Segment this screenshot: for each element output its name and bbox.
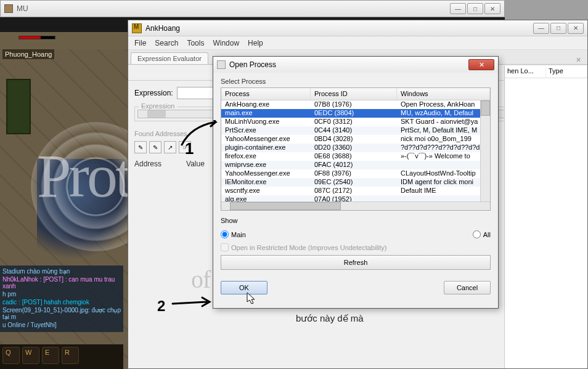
radio-all-input[interactable] (473, 230, 481, 238)
refresh-button[interactable]: Refresh (221, 255, 491, 270)
process-row[interactable]: AnkHoang.exe07B8 (1976)Open Process, Ank… (221, 100, 490, 109)
wand-icon[interactable]: ✎ (134, 141, 147, 153)
chat-line: cadic : [POST] hahah chemgiok (2, 299, 121, 306)
pencil-icon[interactable]: ✎ (149, 141, 161, 153)
open-process-dialog: Open Process ✕ Select Process Process Pr… (213, 56, 499, 309)
maximize-button[interactable]: □ (550, 23, 566, 34)
cancel-button[interactable]: Cancel (444, 281, 491, 294)
menu-help[interactable]: Help (248, 39, 263, 47)
process-row[interactable]: YahooMessenger.exe0BD4 (3028)nick moi o0… (221, 135, 490, 144)
maximize-button[interactable]: □ (467, 3, 483, 14)
minimize-button[interactable]: — (450, 3, 466, 14)
mu-flag-sprite (6, 79, 31, 134)
dialog-title: Open Process (229, 60, 468, 69)
process-row[interactable]: PrtScr.exe0C44 (3140)PrtScr, M, Default … (221, 126, 490, 135)
tab-expression-evaluator[interactable]: Expression Evaluator (131, 52, 208, 64)
dialog-close-button[interactable]: ✕ (468, 59, 494, 70)
hotkey-e[interactable]: E (42, 347, 59, 364)
menu-file[interactable]: File (134, 39, 146, 47)
chat-line: h pm (2, 291, 121, 298)
process-row[interactable]: wscntfy.exe087C (2172)Default IME (221, 187, 490, 195)
header-process[interactable]: Process (221, 88, 311, 100)
mu-player-name: Phuong_Hoang (2, 49, 54, 59)
menu-window[interactable]: Window (213, 39, 239, 47)
menu-search[interactable]: Search (155, 39, 178, 47)
process-list[interactable]: Process Process ID Windows AnkHoang.exe0… (221, 87, 491, 211)
annotation-note: bước này dế mà (296, 313, 364, 324)
ankhoang-right-panel: hen Lo... Type (504, 66, 587, 368)
process-row[interactable]: YahooMessenger.exe0F88 (3976)CLayoutHost… (221, 169, 490, 178)
mu-titlebar[interactable]: MU — □ ✕ (0, 0, 505, 17)
select-process-label: Select Process (221, 78, 491, 85)
ankhoang-app-icon (132, 23, 142, 33)
mu-health (18, 36, 55, 39)
mu-chat-log[interactable]: Stadium chào mừng bạn Nh0kLaNhok : [POST… (0, 266, 123, 332)
process-row[interactable]: plugin-container.exe0D20 (3360)?d??d?d??… (221, 144, 490, 152)
mu-hotkey-bar: Q W E R (0, 344, 123, 369)
show-label: Show (221, 217, 491, 224)
expression-group-label: Expression (139, 102, 177, 110)
chat-line: Screen(09_19-10_51)-0000.jpg: được chụp … (2, 307, 121, 320)
right-col-2[interactable]: Type (546, 66, 587, 78)
restricted-mode-check[interactable]: Open in Restricted Mode (Improves Undete… (221, 243, 491, 251)
hotkey-q[interactable]: Q (2, 347, 20, 364)
chat-line: u Online / TuyetNhi] (2, 322, 121, 328)
ok-button[interactable]: OK (221, 281, 267, 294)
minimize-button[interactable]: — (533, 23, 549, 34)
tab-close-icon[interactable]: ✕ (572, 56, 585, 64)
header-windows[interactable]: Windows (397, 88, 490, 100)
ankhoang-menubar: File Search Tools Window Help (128, 36, 587, 50)
process-row[interactable]: main.exe0EDC (3804)MU, wzAudio, M, Defau… (221, 109, 490, 118)
col-value[interactable]: Value (186, 160, 205, 168)
header-process-id[interactable]: Process ID (311, 88, 397, 100)
ankhoang-titlebar[interactable]: AnkHoang — □ ✕ (128, 20, 587, 36)
close-button[interactable]: ✕ (568, 23, 584, 34)
mu-app-icon (4, 4, 13, 13)
arrow-icon[interactable]: ↗ (164, 141, 176, 153)
hotkey-r[interactable]: R (62, 347, 79, 364)
dialog-icon (217, 60, 226, 69)
col-address[interactable]: Address (134, 160, 161, 168)
radio-main[interactable]: Main (221, 230, 246, 238)
mu-title: MU (17, 4, 450, 13)
process-row[interactable]: wmiprvse.exe0FAC (4012) (221, 161, 490, 169)
hand-icon[interactable]: ☞ (179, 141, 191, 153)
horizontal-scrollbar[interactable] (221, 201, 490, 210)
close-button[interactable]: ✕ (484, 3, 500, 14)
process-row[interactable]: IEMonitor.exe09EC (2540)IDM agent for cl… (221, 178, 490, 187)
menu-tools[interactable]: Tools (187, 39, 204, 47)
restricted-checkbox (221, 243, 229, 251)
process-row[interactable]: MuLinhVuong.exe0CF0 (3312)SKT Guard - ai… (221, 118, 490, 126)
ankhoang-title: AnkHoang (145, 24, 533, 33)
vertical-scrollbar[interactable] (480, 100, 490, 201)
open-process-titlebar[interactable]: Open Process ✕ (213, 57, 498, 73)
chat-line: Stadium chào mừng bạn (2, 268, 121, 275)
radio-main-input[interactable] (221, 230, 229, 238)
radio-all[interactable]: All (473, 230, 491, 238)
right-col-1[interactable]: hen Lo... (505, 66, 546, 78)
hotkey-w[interactable]: W (22, 347, 39, 364)
chat-line: Nh0kLaNhok : [POST] : can mua mu trau xa… (2, 276, 121, 290)
process-row[interactable]: firefox.exe0E68 (3688)»-(¯`v´¯)-» Welcom… (221, 152, 490, 161)
expression-label: Expression: (134, 89, 173, 97)
